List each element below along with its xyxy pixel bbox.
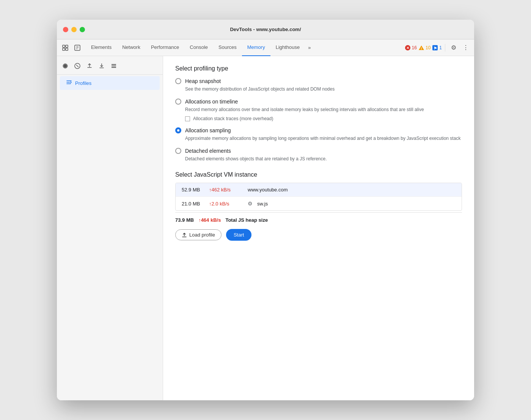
- option-detached: Detached elements Detached elements show…: [175, 148, 462, 162]
- detached-desc: Detached elements shows objects that are…: [185, 155, 462, 162]
- vm-instances-table: 52.9 MB ↑462 kB/s www.youtube.com 21.0 M…: [175, 183, 462, 211]
- option-detached-header: Detached elements: [175, 148, 462, 154]
- tab-memory[interactable]: Memory: [242, 39, 270, 56]
- footer-bar: 73.9 MB ↑464 kB/s Total JS heap size: [175, 212, 462, 223]
- devtools-window: DevTools - www.youtube.com/: [57, 20, 474, 400]
- allocation-traces-checkbox[interactable]: [185, 116, 190, 121]
- svg-rect-3: [66, 48, 68, 50]
- toolbar-right: ✕ 16 ! 10 ⚑ 1 ⚙ ⋮: [405, 42, 471, 53]
- svg-rect-16: [112, 67, 116, 68]
- section-title: Select profiling type: [175, 65, 462, 72]
- download-button[interactable]: [96, 61, 107, 71]
- svg-rect-2: [63, 48, 65, 50]
- start-button[interactable]: Start: [226, 229, 251, 241]
- radio-heap[interactable]: [175, 78, 181, 84]
- sampling-label[interactable]: Allocation sampling: [185, 127, 231, 133]
- vm-size-2: 21.0 MB: [182, 201, 204, 207]
- close-button[interactable]: [63, 27, 68, 32]
- heap-desc: See the memory distribution of JavaScrip…: [185, 86, 462, 92]
- maximize-button[interactable]: [80, 27, 85, 32]
- option-allocations: Allocations on timeline Record memory al…: [175, 99, 462, 121]
- allocations-label[interactable]: Allocations on timeline: [185, 99, 238, 105]
- radio-detached[interactable]: [175, 148, 181, 154]
- titlebar: DevTools - www.youtube.com/: [57, 20, 474, 39]
- total-size: 73.9 MB: [175, 217, 194, 223]
- vm-row-youtube[interactable]: 52.9 MB ↑462 kB/s www.youtube.com: [176, 183, 462, 197]
- tab-elements[interactable]: Elements: [86, 39, 117, 56]
- tab-console[interactable]: Console: [184, 39, 213, 56]
- divider: [445, 44, 445, 52]
- vm-row-sw[interactable]: 21.0 MB ↑2.0 kB/s ⚙ sw.js: [176, 197, 462, 210]
- option-sampling-header: Allocation sampling: [175, 127, 462, 133]
- sampling-desc: Approximate memory allocations by sampli…: [185, 135, 462, 142]
- vm-rate-2: ↑2.0 kB/s: [209, 201, 243, 207]
- inspect-icon[interactable]: [72, 42, 83, 53]
- svg-rect-1: [66, 45, 68, 47]
- nav-tabs: Elements Network Performance Console Sou…: [86, 39, 405, 56]
- toolbar-icons-left: [60, 42, 83, 53]
- sidebar-toolbar: [57, 59, 163, 75]
- traffic-lights: [63, 27, 85, 32]
- stop-button[interactable]: [72, 61, 83, 71]
- vm-section-title: Select JavaScript VM instance: [175, 171, 462, 178]
- upload-button[interactable]: [84, 61, 95, 71]
- cursor-icon[interactable]: [60, 42, 71, 53]
- vm-name-1: www.youtube.com: [248, 187, 456, 193]
- svg-point-11: [64, 64, 67, 67]
- error-badge[interactable]: ✕ 16: [405, 45, 417, 51]
- svg-rect-15: [112, 66, 116, 66]
- settings-icon[interactable]: ⚙: [448, 42, 459, 53]
- svg-text:✕: ✕: [406, 46, 409, 50]
- window-title: DevTools - www.youtube.com/: [230, 27, 301, 32]
- radio-sampling[interactable]: [175, 127, 181, 133]
- main-content: Profiles Select profiling type Heap snap…: [57, 56, 474, 400]
- svg-rect-14: [112, 64, 116, 65]
- total-rate: ↑464 kB/s: [198, 217, 221, 223]
- tab-more[interactable]: »: [305, 39, 314, 56]
- tab-sources[interactable]: Sources: [213, 39, 242, 56]
- nav-toolbar: Elements Network Performance Console Sou…: [57, 39, 474, 56]
- action-buttons: Load profile Start: [175, 229, 462, 241]
- minimize-button[interactable]: [71, 27, 77, 32]
- tab-lighthouse[interactable]: Lighthouse: [270, 39, 305, 56]
- option-sampling: Allocation sampling Approximate memory a…: [175, 127, 462, 142]
- svg-rect-0: [63, 45, 65, 47]
- detached-label[interactable]: Detached elements: [185, 148, 231, 154]
- sidebar: Profiles: [57, 56, 163, 400]
- heap-label[interactable]: Heap snapshot: [185, 78, 221, 84]
- info-badge[interactable]: ⚑ 1: [432, 45, 442, 51]
- vm-rate-1: ↑462 kB/s: [209, 187, 243, 193]
- vm-size-1: 52.9 MB: [182, 187, 204, 193]
- total-label: Total JS heap size: [225, 217, 268, 223]
- warning-badge[interactable]: ! 10: [418, 45, 430, 51]
- tab-performance[interactable]: Performance: [146, 39, 184, 56]
- option-heap: Heap snapshot See the memory distributio…: [175, 78, 462, 92]
- svg-line-13: [76, 65, 79, 67]
- tab-network[interactable]: Network: [117, 39, 146, 56]
- option-heap-header: Heap snapshot: [175, 78, 462, 84]
- svg-text:!: !: [421, 47, 422, 50]
- record-button[interactable]: [60, 61, 71, 71]
- upload-icon: [182, 232, 187, 238]
- allocations-desc: Record memory allocations over time and …: [185, 106, 462, 113]
- clear-button[interactable]: [108, 61, 119, 71]
- sidebar-item-profiles[interactable]: Profiles: [60, 76, 160, 90]
- more-icon[interactable]: ⋮: [460, 42, 471, 53]
- profiles-icon: [66, 79, 72, 87]
- load-profile-button[interactable]: Load profile: [175, 229, 222, 240]
- option-allocations-header: Allocations on timeline: [175, 99, 462, 105]
- vm-name-2: sw.js: [257, 201, 456, 207]
- checkbox-label: Allocation stack traces (more overhead): [193, 116, 273, 121]
- content-area: Select profiling type Heap snapshot See …: [163, 56, 474, 400]
- gear-icon: ⚙: [248, 201, 253, 207]
- checkbox-row: Allocation stack traces (more overhead): [185, 116, 462, 121]
- radio-allocations[interactable]: [175, 99, 181, 105]
- profiles-label: Profiles: [75, 80, 91, 86]
- svg-text:⚑: ⚑: [434, 46, 437, 50]
